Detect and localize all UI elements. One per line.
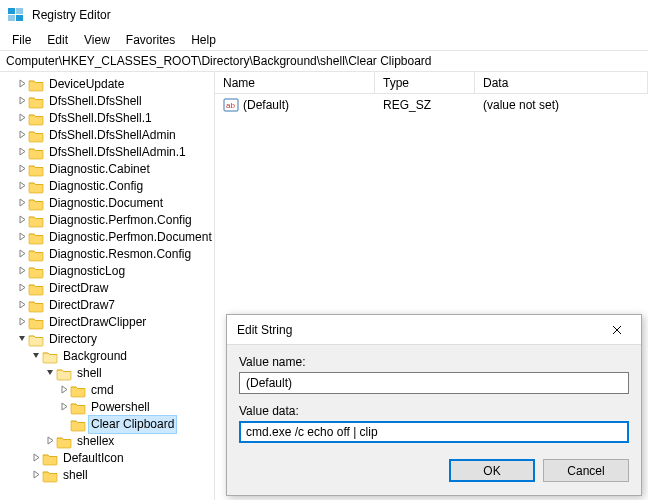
folder-icon [28, 163, 44, 177]
tree-node-label: Diagnostic.Cabinet [47, 161, 152, 178]
tree-node[interactable]: shell [2, 365, 214, 382]
value-data-input[interactable] [239, 421, 629, 443]
chevron-right-icon[interactable] [16, 195, 28, 212]
tree-node[interactable]: Powershell [2, 399, 214, 416]
col-header-type[interactable]: Type [375, 72, 475, 93]
value-data-label: Value data: [239, 404, 629, 418]
chevron-right-icon[interactable] [30, 467, 42, 484]
folder-icon [70, 384, 86, 398]
value-name-label: Value name: [239, 355, 629, 369]
chevron-down-icon[interactable] [16, 331, 28, 348]
chevron-right-icon[interactable] [16, 212, 28, 229]
app-icon [8, 7, 24, 23]
tree-node[interactable]: Clear Clipboard [2, 416, 214, 433]
menubar: File Edit View Favorites Help [0, 30, 648, 50]
chevron-right-icon[interactable] [16, 76, 28, 93]
value-data: (value not set) [475, 98, 648, 112]
tree-node[interactable]: DirectDraw7 [2, 297, 214, 314]
svg-rect-2 [8, 15, 15, 21]
tree-node[interactable]: Diagnostic.Resmon.Config [2, 246, 214, 263]
cancel-button[interactable]: Cancel [543, 459, 629, 482]
chevron-right-icon[interactable] [16, 246, 28, 263]
tree-node-label: Directory [47, 331, 99, 348]
folder-icon [42, 452, 58, 466]
tree-node[interactable]: DiagnosticLog [2, 263, 214, 280]
chevron-down-icon[interactable] [44, 365, 56, 382]
folder-icon [28, 180, 44, 194]
tree-node-label: DfsShell.DfsShellAdmin [47, 127, 178, 144]
tree-node-label: Diagnostic.Document [47, 195, 165, 212]
chevron-right-icon[interactable] [16, 93, 28, 110]
menu-view[interactable]: View [76, 31, 118, 49]
tree-node[interactable]: Background [2, 348, 214, 365]
tree-node-label: Diagnostic.Perfmon.Config [47, 212, 194, 229]
menu-help[interactable]: Help [183, 31, 224, 49]
window-title: Registry Editor [32, 8, 111, 22]
values-header: Name Type Data [215, 72, 648, 94]
tree-node-label: cmd [89, 382, 116, 399]
chevron-right-icon[interactable] [16, 144, 28, 161]
chevron-right-icon[interactable] [30, 450, 42, 467]
tree-node[interactable]: DefaultIcon [2, 450, 214, 467]
chevron-right-icon[interactable] [16, 263, 28, 280]
tree-node[interactable]: DfsShell.DfsShellAdmin.1 [2, 144, 214, 161]
chevron-right-icon[interactable] [16, 161, 28, 178]
chevron-right-icon[interactable] [16, 297, 28, 314]
tree-node-label: DiagnosticLog [47, 263, 127, 280]
folder-icon [28, 316, 44, 330]
tree-node-label: DfsShell.DfsShell [47, 93, 144, 110]
folder-icon [42, 469, 58, 483]
chevron-right-icon[interactable] [16, 110, 28, 127]
tree-node[interactable]: DirectDrawClipper [2, 314, 214, 331]
tree-panel[interactable]: DeviceUpdateDfsShell.DfsShellDfsShell.Df… [0, 72, 215, 500]
tree-node[interactable]: DfsShell.DfsShell.1 [2, 110, 214, 127]
tree-node-label: Diagnostic.Perfmon.Document [47, 229, 214, 246]
tree-node-label: Background [61, 348, 129, 365]
close-icon[interactable] [603, 315, 631, 344]
titlebar: Registry Editor [0, 0, 648, 30]
dialog-titlebar[interactable]: Edit String [227, 315, 641, 345]
col-header-name[interactable]: Name [215, 72, 375, 93]
folder-icon [28, 299, 44, 313]
menu-file[interactable]: File [4, 31, 39, 49]
folder-icon [28, 265, 44, 279]
chevron-right-icon[interactable] [16, 314, 28, 331]
addressbar[interactable]: Computer\HKEY_CLASSES_ROOT\Directory\Bac… [0, 50, 648, 72]
tree-node[interactable]: cmd [2, 382, 214, 399]
col-header-data[interactable]: Data [475, 72, 648, 93]
tree-node[interactable]: DfsShell.DfsShell [2, 93, 214, 110]
svg-rect-0 [8, 8, 15, 14]
value-name-input[interactable] [239, 372, 629, 394]
chevron-right-icon[interactable] [16, 280, 28, 297]
tree-node[interactable]: Diagnostic.Cabinet [2, 161, 214, 178]
chevron-right-icon[interactable] [58, 399, 70, 416]
chevron-right-icon[interactable] [16, 127, 28, 144]
tree-node[interactable]: Diagnostic.Perfmon.Document [2, 229, 214, 246]
tree-node-label: shell [75, 365, 104, 382]
chevron-down-icon[interactable] [30, 348, 42, 365]
ok-button[interactable]: OK [449, 459, 535, 482]
tree-node[interactable]: Diagnostic.Config [2, 178, 214, 195]
tree-node-label: Diagnostic.Config [47, 178, 145, 195]
chevron-right-icon[interactable] [58, 382, 70, 399]
folder-icon [28, 112, 44, 126]
tree-node[interactable]: DfsShell.DfsShellAdmin [2, 127, 214, 144]
tree-node[interactable]: shell [2, 467, 214, 484]
folder-icon [28, 129, 44, 143]
menu-favorites[interactable]: Favorites [118, 31, 183, 49]
tree-node-label: Diagnostic.Resmon.Config [47, 246, 193, 263]
tree-node[interactable]: Diagnostic.Perfmon.Config [2, 212, 214, 229]
chevron-right-icon[interactable] [16, 178, 28, 195]
tree-node[interactable]: Directory [2, 331, 214, 348]
menu-edit[interactable]: Edit [39, 31, 76, 49]
folder-icon [28, 197, 44, 211]
tree-node[interactable]: Diagnostic.Document [2, 195, 214, 212]
chevron-right-icon[interactable] [44, 433, 56, 450]
tree-node[interactable]: DirectDraw [2, 280, 214, 297]
value-row[interactable]: ab (Default) REG_SZ (value not set) [215, 94, 648, 114]
tree-node[interactable]: shellex [2, 433, 214, 450]
folder-icon [28, 333, 44, 347]
tree-node-label: shell [61, 467, 90, 484]
tree-node[interactable]: DeviceUpdate [2, 76, 214, 93]
chevron-right-icon[interactable] [16, 229, 28, 246]
